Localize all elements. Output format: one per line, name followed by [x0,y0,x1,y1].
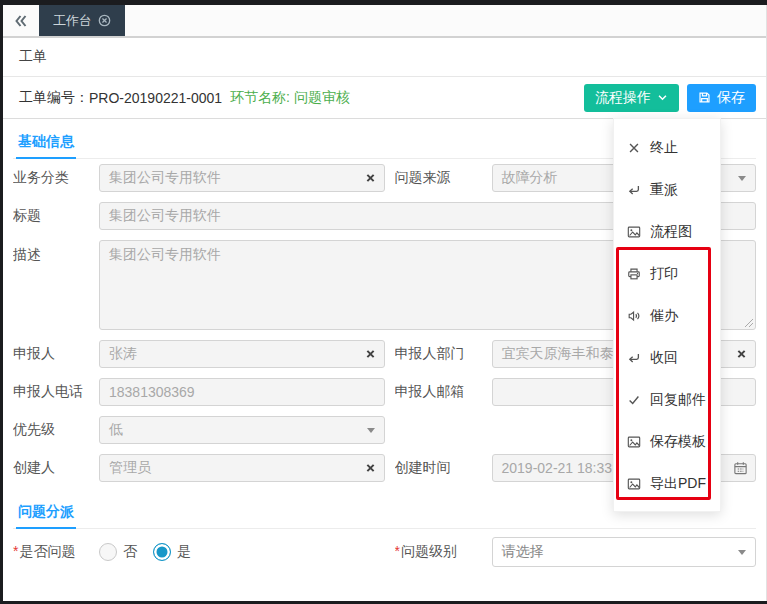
description-value: 集团公司专用软件 [109,246,221,264]
page-title: 工单 [19,48,47,66]
chevron-down-icon [657,92,668,103]
field-label-reporter: 申报人 [13,345,99,363]
return-arrow-icon [627,183,641,197]
section-dispatch-title: 问题分派 [16,501,76,529]
menu-item-export-pdf[interactable]: 导出PDF [614,463,720,505]
radio-yes-label: 是 [177,543,191,561]
save-icon [698,91,711,104]
menu-item-label: 导出PDF [650,475,706,493]
field-label-title: 标题 [13,207,99,225]
reporter-phone-input[interactable]: 18381308369 [99,378,385,406]
field-label-problem-source: 问题来源 [395,169,492,187]
reporter-value: 张涛 [109,345,137,363]
menu-item-reassign[interactable]: 重派 [614,169,720,211]
menu-item-urge[interactable]: 催办 [614,295,720,337]
window-frame-left [0,0,3,604]
field-label-reporter-dept: 申报人部门 [395,345,492,363]
radio-yes[interactable] [153,543,171,561]
image-icon [627,435,641,449]
tab-bar: 工作台 [3,5,766,38]
image-icon [627,225,641,239]
menu-item-label: 流程图 [650,223,692,241]
field-label-problem-level: *问题级别 [395,543,492,561]
business-category-input[interactable]: 集团公司专用软件 [99,164,385,192]
menu-item-reply-email[interactable]: 回复邮件 [614,379,720,421]
field-label-is-problem: *是否问题 [13,543,99,561]
creator-value: 管理员 [109,459,151,477]
clear-icon[interactable] [365,463,376,474]
field-label-creator: 创建人 [13,459,99,477]
menu-item-save-template[interactable]: 保存模板 [614,421,720,463]
image-icon [627,477,641,491]
speaker-icon [627,309,641,323]
required-asterisk: * [13,543,18,559]
field-label-create-time: 创建时间 [395,459,492,477]
save-button[interactable]: 保存 [687,84,756,112]
field-label-reporter-phone: 申报人电话 [13,383,99,401]
step-name-label: 环节名称: [230,89,290,107]
menu-item-withdraw[interactable]: 收回 [614,337,720,379]
field-label-reporter-email: 申报人邮箱 [395,383,492,401]
problem-source-value: 故障分析 [502,169,558,187]
menu-item-label: 终止 [650,139,678,157]
flow-actions-label: 流程操作 [595,89,651,107]
tab-label: 工作台 [53,12,92,30]
problem-level-placeholder: 请选择 [502,543,544,561]
tab-close-icon[interactable] [98,14,111,27]
priority-value: 低 [109,421,123,439]
printer-icon [627,267,641,281]
menu-item-label: 保存模板 [650,433,706,451]
clear-icon[interactable] [365,349,376,360]
calendar-icon[interactable] [733,461,748,476]
resize-grip-icon[interactable] [743,317,753,327]
field-label-priority: 优先级 [13,421,99,439]
menu-item-print[interactable]: 打印 [614,253,720,295]
section-basic-title: 基础信息 [16,131,76,159]
create-time-value: 2019-02-21 18:33:42 [502,460,632,476]
reporter-phone-value: 18381308369 [109,384,195,400]
clear-icon[interactable] [365,173,376,184]
clear-icon[interactable] [736,349,747,360]
menu-item-flowchart[interactable]: 流程图 [614,211,720,253]
field-label-business-category: 业务分类 [13,169,99,187]
title-value: 集团公司专用软件 [109,207,221,225]
page-header: 工单 [3,38,766,77]
collapse-tabs-button[interactable] [3,5,39,36]
order-number-value: PRO-20190221-0001 [89,90,222,106]
menu-item-label: 打印 [650,265,678,283]
tab-workbench[interactable]: 工作台 [39,5,125,36]
creator-input[interactable]: 管理员 [99,454,385,482]
check-icon [627,393,641,407]
problem-level-select[interactable]: 请选择 [492,537,757,567]
caret-down-icon [738,176,746,181]
toolbar: 工单编号： PRO-20190221-0001 环节名称: 问题审核 流程操作 … [3,77,766,119]
radio-no-label: 否 [123,543,137,561]
window-frame-top [0,0,767,5]
caret-down-icon [738,550,746,555]
menu-item-label: 收回 [650,349,678,367]
flow-actions-menu: 终止 重派 流程图 打印 催办 收回 回复邮件 保存模板 导出PDF [613,118,721,512]
menu-item-label: 催办 [650,307,678,325]
menu-item-label: 回复邮件 [650,391,706,409]
menu-item-label: 重派 [650,181,678,199]
reporter-input[interactable]: 张涛 [99,340,385,368]
priority-select[interactable]: 低 [99,416,385,444]
save-label: 保存 [717,89,745,107]
is-problem-radio-group: 否 是 [99,543,385,561]
field-label-description: 描述 [13,246,99,264]
business-category-value: 集团公司专用软件 [109,169,221,187]
step-name-value: 问题审核 [294,89,350,107]
flow-actions-button[interactable]: 流程操作 [584,84,679,112]
chevrons-left-icon [13,13,29,29]
x-icon [627,141,641,155]
menu-item-terminate[interactable]: 终止 [614,127,720,169]
required-asterisk: * [395,543,400,559]
caret-down-icon [367,428,375,433]
return-arrow-icon [627,351,641,365]
radio-no[interactable] [99,543,117,561]
order-number-label: 工单编号： [19,89,89,107]
